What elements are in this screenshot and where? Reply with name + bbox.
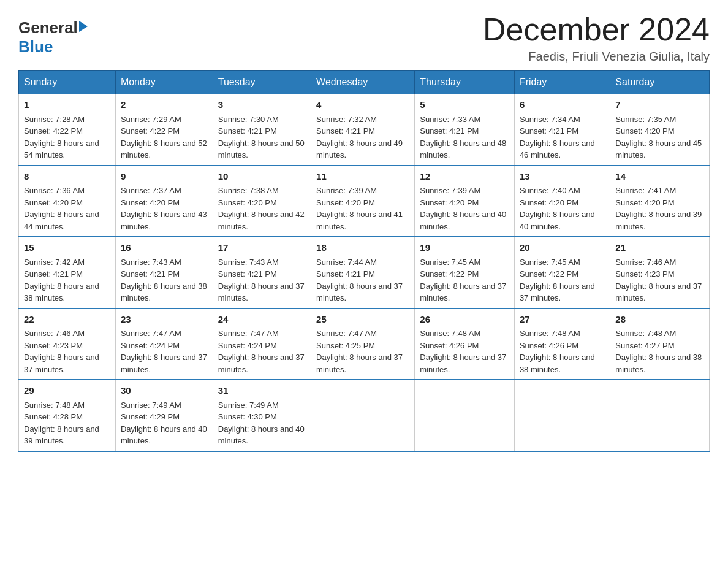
day-info: Sunrise: 7:40 AMSunset: 4:20 PMDaylight:…	[520, 186, 595, 231]
calendar-cell	[415, 380, 515, 451]
calendar-cell: 7 Sunrise: 7:35 AMSunset: 4:20 PMDayligh…	[610, 94, 710, 166]
day-number: 14	[615, 170, 704, 184]
day-info: Sunrise: 7:43 AMSunset: 4:21 PMDaylight:…	[218, 258, 305, 303]
day-info: Sunrise: 7:39 AMSunset: 4:20 PMDaylight:…	[316, 186, 403, 231]
main-title: December 2024	[483, 12, 710, 47]
day-info: Sunrise: 7:48 AMSunset: 4:28 PMDaylight:…	[24, 400, 99, 446]
calendar-cell: 24 Sunrise: 7:47 AMSunset: 4:24 PMDaylig…	[213, 308, 311, 380]
day-info: Sunrise: 7:45 AMSunset: 4:22 PMDaylight:…	[420, 258, 506, 303]
day-info: Sunrise: 7:45 AMSunset: 4:22 PMDaylight:…	[520, 258, 595, 303]
day-number: 13	[520, 170, 605, 184]
day-info: Sunrise: 7:34 AMSunset: 4:21 PMDaylight:…	[520, 115, 595, 160]
calendar-cell: 31 Sunrise: 7:49 AMSunset: 4:30 PMDaylig…	[213, 380, 311, 451]
calendar-week-row: 15 Sunrise: 7:42 AMSunset: 4:21 PMDaylig…	[19, 237, 710, 308]
day-number: 15	[24, 241, 110, 255]
day-number: 23	[121, 313, 208, 327]
day-info: Sunrise: 7:41 AMSunset: 4:20 PMDaylight:…	[615, 186, 702, 231]
page-header: General Blue December 2024 Faedis, Friul…	[18, 12, 710, 64]
day-number: 17	[218, 241, 306, 255]
subtitle: Faedis, Friuli Venezia Giulia, Italy	[483, 50, 710, 64]
day-number: 22	[24, 313, 110, 327]
calendar-cell	[311, 380, 415, 451]
logo-arrow-icon	[79, 21, 88, 32]
day-number: 8	[24, 170, 110, 184]
day-number: 27	[520, 313, 605, 327]
calendar-cell: 4 Sunrise: 7:32 AMSunset: 4:21 PMDayligh…	[311, 94, 415, 166]
day-info: Sunrise: 7:49 AMSunset: 4:29 PMDaylight:…	[121, 400, 207, 446]
calendar-cell: 3 Sunrise: 7:30 AMSunset: 4:21 PMDayligh…	[213, 94, 311, 166]
day-number: 25	[316, 313, 409, 327]
calendar-cell: 13 Sunrise: 7:40 AMSunset: 4:20 PMDaylig…	[514, 166, 610, 237]
day-number: 2	[121, 98, 208, 112]
day-number: 21	[615, 241, 704, 255]
day-number: 11	[316, 170, 409, 184]
day-number: 5	[420, 98, 509, 112]
calendar-cell: 28 Sunrise: 7:48 AMSunset: 4:27 PMDaylig…	[610, 308, 710, 380]
calendar-cell: 19 Sunrise: 7:45 AMSunset: 4:22 PMDaylig…	[415, 237, 515, 308]
day-number: 9	[121, 170, 208, 184]
day-number: 20	[520, 241, 605, 255]
day-number: 31	[218, 384, 306, 398]
day-info: Sunrise: 7:30 AMSunset: 4:21 PMDaylight:…	[218, 115, 305, 160]
day-number: 3	[218, 98, 306, 112]
calendar-cell: 22 Sunrise: 7:46 AMSunset: 4:23 PMDaylig…	[19, 308, 116, 380]
day-info: Sunrise: 7:48 AMSunset: 4:26 PMDaylight:…	[420, 329, 506, 374]
calendar-cell: 15 Sunrise: 7:42 AMSunset: 4:21 PMDaylig…	[19, 237, 116, 308]
calendar-cell: 23 Sunrise: 7:47 AMSunset: 4:24 PMDaylig…	[115, 308, 213, 380]
day-number: 4	[316, 98, 409, 112]
day-number: 7	[615, 98, 704, 112]
calendar-cell: 18 Sunrise: 7:44 AMSunset: 4:21 PMDaylig…	[311, 237, 415, 308]
day-info: Sunrise: 7:47 AMSunset: 4:24 PMDaylight:…	[121, 329, 207, 374]
day-info: Sunrise: 7:29 AMSunset: 4:22 PMDaylight:…	[121, 115, 207, 160]
calendar-cell: 9 Sunrise: 7:37 AMSunset: 4:20 PMDayligh…	[115, 166, 213, 237]
calendar-header-saturday: Saturday	[610, 71, 710, 94]
calendar-cell	[610, 380, 710, 451]
day-number: 29	[24, 384, 110, 398]
calendar-cell: 30 Sunrise: 7:49 AMSunset: 4:29 PMDaylig…	[115, 380, 213, 451]
day-number: 30	[121, 384, 208, 398]
calendar-week-row: 22 Sunrise: 7:46 AMSunset: 4:23 PMDaylig…	[19, 308, 710, 380]
day-info: Sunrise: 7:46 AMSunset: 4:23 PMDaylight:…	[24, 329, 99, 374]
calendar-header-wednesday: Wednesday	[311, 71, 415, 94]
calendar-header-thursday: Thursday	[415, 71, 515, 94]
calendar-cell: 29 Sunrise: 7:48 AMSunset: 4:28 PMDaylig…	[19, 380, 116, 451]
day-number: 12	[420, 170, 509, 184]
calendar-week-row: 29 Sunrise: 7:48 AMSunset: 4:28 PMDaylig…	[19, 380, 710, 451]
day-info: Sunrise: 7:37 AMSunset: 4:20 PMDaylight:…	[121, 186, 207, 231]
calendar-cell: 5 Sunrise: 7:33 AMSunset: 4:21 PMDayligh…	[415, 94, 515, 166]
day-info: Sunrise: 7:47 AMSunset: 4:25 PMDaylight:…	[316, 329, 403, 374]
day-number: 1	[24, 98, 110, 112]
title-block: December 2024 Faedis, Friuli Venezia Giu…	[483, 12, 710, 64]
day-info: Sunrise: 7:49 AMSunset: 4:30 PMDaylight:…	[218, 400, 305, 446]
day-number: 18	[316, 241, 409, 255]
day-info: Sunrise: 7:32 AMSunset: 4:21 PMDaylight:…	[316, 115, 403, 160]
calendar-cell: 11 Sunrise: 7:39 AMSunset: 4:20 PMDaylig…	[311, 166, 415, 237]
logo-blue: Blue	[18, 37, 53, 56]
day-info: Sunrise: 7:48 AMSunset: 4:27 PMDaylight:…	[615, 329, 702, 374]
day-number: 26	[420, 313, 509, 327]
calendar-header-sunday: Sunday	[19, 71, 116, 94]
day-info: Sunrise: 7:39 AMSunset: 4:20 PMDaylight:…	[420, 186, 506, 231]
day-info: Sunrise: 7:28 AMSunset: 4:22 PMDaylight:…	[24, 115, 99, 160]
day-info: Sunrise: 7:47 AMSunset: 4:24 PMDaylight:…	[218, 329, 305, 374]
day-number: 6	[520, 98, 605, 112]
calendar-cell: 25 Sunrise: 7:47 AMSunset: 4:25 PMDaylig…	[311, 308, 415, 380]
day-info: Sunrise: 7:36 AMSunset: 4:20 PMDaylight:…	[24, 186, 99, 231]
calendar-header-tuesday: Tuesday	[213, 71, 311, 94]
calendar-cell: 10 Sunrise: 7:38 AMSunset: 4:20 PMDaylig…	[213, 166, 311, 237]
calendar-cell: 17 Sunrise: 7:43 AMSunset: 4:21 PMDaylig…	[213, 237, 311, 308]
day-info: Sunrise: 7:35 AMSunset: 4:20 PMDaylight:…	[615, 115, 702, 160]
day-info: Sunrise: 7:38 AMSunset: 4:20 PMDaylight:…	[218, 186, 305, 231]
day-info: Sunrise: 7:43 AMSunset: 4:21 PMDaylight:…	[121, 258, 207, 303]
day-number: 28	[615, 313, 704, 327]
calendar-header-monday: Monday	[115, 71, 213, 94]
logo: General Blue	[18, 18, 88, 56]
calendar-cell: 14 Sunrise: 7:41 AMSunset: 4:20 PMDaylig…	[610, 166, 710, 237]
calendar-header-row: SundayMondayTuesdayWednesdayThursdayFrid…	[19, 71, 710, 94]
day-number: 24	[218, 313, 306, 327]
calendar-table: SundayMondayTuesdayWednesdayThursdayFrid…	[18, 70, 710, 452]
calendar-cell: 8 Sunrise: 7:36 AMSunset: 4:20 PMDayligh…	[19, 166, 116, 237]
calendar-cell: 27 Sunrise: 7:48 AMSunset: 4:26 PMDaylig…	[514, 308, 610, 380]
calendar-cell: 21 Sunrise: 7:46 AMSunset: 4:23 PMDaylig…	[610, 237, 710, 308]
calendar-cell: 1 Sunrise: 7:28 AMSunset: 4:22 PMDayligh…	[19, 94, 116, 166]
